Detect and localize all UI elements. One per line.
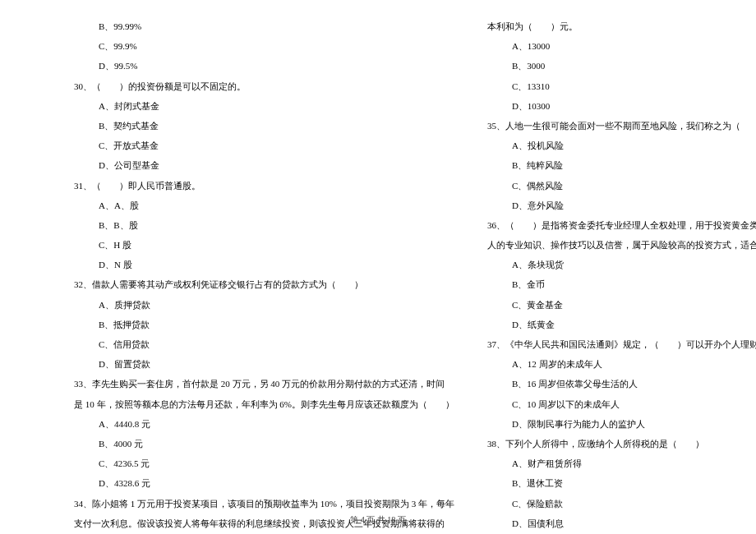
q36-stem-line2: 人的专业知识、操作技巧以及信誉，属于风险较高的投资方式，适合喜欢冒险的积极型投资… [487,235,756,255]
q35-option-d: D、意外风险 [487,196,756,215]
q30-option-d: D、公司型基金 [74,155,454,175]
right-column: 本利和为（ ）元。 A、13000 B、3000 C、13310 D、10300… [471,16,756,509]
q32-option-c: C、信用贷款 [74,334,454,354]
page-footer: 第 4 页 共 18 页 [0,514,756,526]
q34-option-a: A、13000 [487,36,756,56]
q33-option-a: A、4440.8 元 [74,414,454,434]
q30-stem: 30、（ ）的投资份额是可以不固定的。 [74,76,454,96]
q31-option-b: B、B、股 [74,215,454,235]
q31-stem: 31、（ ）即人民币普通股。 [74,176,454,196]
q29-option-b: B、99.99% [74,16,454,36]
q33-option-b: B、4000 元 [74,434,454,453]
left-column: B、99.99% C、99.9% D、99.5% 30、（ ）的投资份额是可以不… [25,16,471,509]
q35-option-c: C、偶然风险 [487,176,756,196]
q38-stem: 38、下列个人所得中，应缴纳个人所得税的是（ ） [487,434,756,453]
q31-option-c: C、H 股 [74,235,454,255]
q33-stem-line1: 33、李先生购买一套住房，首付款是 20 万元，另 40 万元的价款用分期付款的… [74,374,454,394]
page-container: B、99.99% C、99.9% D、99.5% 30、（ ）的投资份额是可以不… [0,0,756,509]
q31-option-d: D、N 股 [74,255,454,274]
q32-option-d: D、留置贷款 [74,354,454,374]
q38-option-a: A、财产租赁所得 [487,453,756,473]
q30-option-c: C、开放式基金 [74,136,454,155]
q32-option-a: A、质押贷款 [74,295,454,315]
q36-option-c: C、黄金基金 [487,295,756,315]
q34-stem-line3: 本利和为（ ）元。 [487,16,756,36]
q36-option-a: A、条块现货 [487,255,756,274]
q38-option-c: C、保险赔款 [487,494,756,513]
q34-option-d: D、10300 [487,96,756,116]
q34-option-c: C、13310 [487,76,756,96]
q32-option-b: B、抵押贷款 [74,315,454,334]
q33-stem-line2: 是 10 年，按照等额本息的方法每月还款，年利率为 6%。则李先生每月应该还款额… [74,394,454,414]
q34-option-b: B、3000 [487,56,756,76]
q31-option-a: A、A、股 [74,196,454,215]
q36-stem-line1: 36、（ ）是指将资金委托专业经理人全权处理，用于投资黄金类产品，成败关键在于经… [487,215,756,235]
q36-option-b: B、金币 [487,274,756,294]
q33-option-c: C、4236.5 元 [74,453,454,473]
q33-option-d: D、4328.6 元 [74,473,454,493]
q29-option-d: D、99.5% [74,56,454,76]
q37-option-d: D、限制民事行为能力人的监护人 [487,414,756,434]
q35-stem: 35、人地一生很可能会面对一些不期而至地风险，我们称之为（ ） [487,116,756,136]
q30-option-a: A、封闭式基金 [74,96,454,116]
q29-option-c: C、99.9% [74,36,454,56]
q35-option-b: B、纯粹风险 [487,155,756,175]
q38-option-b: B、退休工资 [487,473,756,493]
q37-option-a: A、12 周岁的未成年人 [487,354,756,374]
q36-option-d: D、纸黄金 [487,315,756,334]
q34-stem-line1: 34、陈小姐将 1 万元用于投资某项目，该项目的预期收益率为 10%，项目投资期… [74,494,454,513]
q37-option-c: C、10 周岁以下的未成年人 [487,394,756,414]
q30-option-b: B、契约式基金 [74,116,454,136]
q32-stem: 32、借款人需要将其动产或权利凭证移交银行占有的贷款方式为（ ） [74,274,454,294]
q35-option-a: A、投机风险 [487,136,756,155]
q37-stem: 37、《中华人民共和国民法通则》规定，（ ）可以开办个人理财业务。 [487,334,756,354]
q37-option-b: B、16 周岁但依靠父母生活的人 [487,374,756,394]
